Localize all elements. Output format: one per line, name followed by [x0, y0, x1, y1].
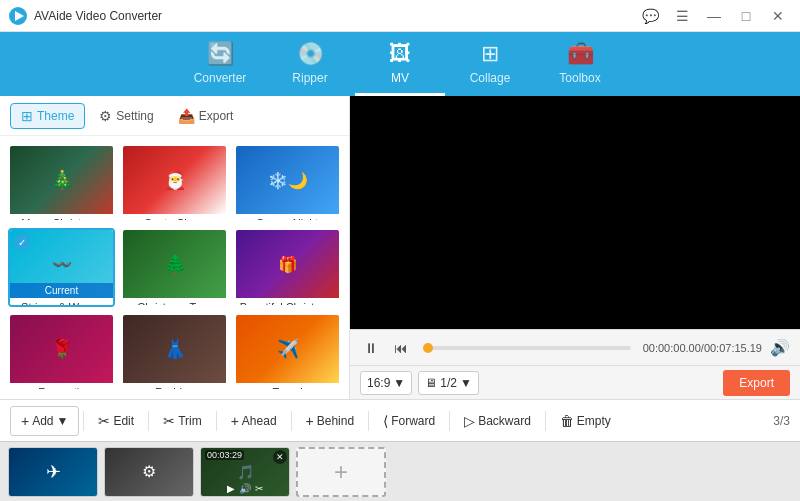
- mv-icon: 🖼: [389, 41, 411, 67]
- time-total: 00:07:15.19: [704, 342, 762, 354]
- behind-button[interactable]: + Behind: [296, 406, 365, 436]
- nav-mv[interactable]: 🖼 MV: [355, 32, 445, 96]
- trim-button[interactable]: ✂ Trim: [153, 406, 212, 436]
- export-tab-label: Export: [199, 109, 234, 123]
- ahead-label: Ahead: [242, 414, 277, 428]
- close-button[interactable]: ✕: [764, 6, 792, 26]
- clip-cut-icon[interactable]: ✂: [255, 483, 263, 494]
- tab-export[interactable]: 📤 Export: [168, 104, 244, 128]
- film-clip-1[interactable]: ✈: [8, 447, 98, 497]
- backward-button[interactable]: ▷ Backward: [454, 406, 541, 436]
- titlebar: AVAide Video Converter 💬 ☰ — □ ✕: [0, 0, 800, 32]
- empty-icon: 🗑: [560, 413, 574, 429]
- forward-button[interactable]: ⟨ Forward: [373, 406, 445, 436]
- separator-7: [545, 411, 546, 431]
- theme-name: Beautiful Christmas: [236, 298, 339, 306]
- clip-3-close[interactable]: ✕: [273, 450, 287, 464]
- theme-travel[interactable]: ✈️ Travel: [234, 313, 341, 391]
- theme-thumb: 〰️ ✓ Current: [10, 230, 113, 298]
- theme-fashion[interactable]: 👗 Fashion: [121, 313, 228, 391]
- nav-collage-label: Collage: [470, 71, 511, 85]
- film-clip-3[interactable]: 🎵 00:03:29 ✕ ▶ 🔊 ✂: [200, 447, 290, 497]
- add-button[interactable]: + Add ▼: [10, 406, 79, 436]
- export-button[interactable]: Export: [723, 370, 790, 396]
- theme-name: Snowy Night: [236, 214, 339, 222]
- filmstrip: ✈ ⚙ 🎵 00:03:29 ✕ ▶ 🔊 ✂ +: [0, 441, 800, 501]
- add-clip-button[interactable]: +: [296, 447, 386, 497]
- player-controls: ⏸ ⏮ 00:00:00.00/00:07:15.19 🔊: [350, 329, 800, 365]
- backward-label: Backward: [478, 414, 531, 428]
- film-clip-2[interactable]: ⚙: [104, 447, 194, 497]
- right-panel: ⏸ ⏮ 00:00:00.00/00:07:15.19 🔊 16:9 ▼ 🖥 1…: [350, 96, 800, 399]
- nav-mv-label: MV: [391, 71, 409, 85]
- theme-thumb: 🌹: [10, 315, 113, 383]
- tab-setting[interactable]: ⚙ Setting: [89, 104, 163, 128]
- nav-converter[interactable]: 🔄 Converter: [175, 32, 265, 96]
- aspect-ratio-arrow: ▼: [393, 376, 405, 390]
- app-logo: [8, 6, 28, 26]
- setting-tab-icon: ⚙: [99, 108, 112, 124]
- clip-play-icon[interactable]: ▶: [227, 483, 235, 494]
- behind-label: Behind: [317, 414, 354, 428]
- chat-button[interactable]: 💬: [636, 6, 664, 26]
- ahead-button[interactable]: + Ahead: [221, 406, 287, 436]
- left-panel: ⊞ Theme ⚙ Setting 📤 Export 🎄 Merry Chris…: [0, 96, 350, 399]
- tab-theme[interactable]: ⊞ Theme: [10, 103, 85, 129]
- progress-bar[interactable]: [424, 346, 631, 350]
- page-count: 3/3: [773, 414, 790, 428]
- clip-3-duration: 00:03:29: [205, 450, 244, 460]
- aspect-ratio-select[interactable]: 16:9 ▼: [360, 371, 412, 395]
- stop-button[interactable]: ⏮: [390, 337, 412, 359]
- window-controls: 💬 ☰ — □ ✕: [636, 6, 792, 26]
- theme-stripes-waves[interactable]: 〰️ ✓ Current Stripes & Waves: [8, 228, 115, 306]
- theme-name: Travel: [236, 383, 339, 391]
- quality-arrow: ▼: [460, 376, 472, 390]
- forward-icon: ⟨: [383, 413, 388, 429]
- clip-1-bg: ✈: [9, 448, 97, 496]
- current-label: Current: [10, 283, 113, 298]
- behind-icon: +: [306, 413, 314, 429]
- separator-6: [449, 411, 450, 431]
- theme-beautiful-christmas[interactable]: 🎁 Beautiful Christmas: [234, 228, 341, 306]
- quality-select[interactable]: 🖥 1/2 ▼: [418, 371, 479, 395]
- nav-ripper[interactable]: 💿 Ripper: [265, 32, 355, 96]
- nav-toolbox[interactable]: 🧰 Toolbox: [535, 32, 625, 96]
- trim-icon: ✂: [163, 413, 175, 429]
- separator-4: [291, 411, 292, 431]
- theme-christmas-tree[interactable]: 🌲 Christmas Tree: [121, 228, 228, 306]
- theme-snowy-night[interactable]: ❄️🌙 Snowy Night: [234, 144, 341, 222]
- add-label: Add: [32, 414, 53, 428]
- edit-icon: ✂: [98, 413, 110, 429]
- empty-button[interactable]: 🗑 Empty: [550, 406, 621, 436]
- minimize-button[interactable]: —: [700, 6, 728, 26]
- forward-label: Forward: [391, 414, 435, 428]
- add-dropdown-icon: ▼: [57, 414, 69, 428]
- aspect-ratio-value: 16:9: [367, 376, 390, 390]
- play-button[interactable]: ⏸: [360, 337, 382, 359]
- video-area: [350, 96, 800, 329]
- theme-name: Merry Christmas: [10, 214, 113, 222]
- theme-romantic[interactable]: 🌹 Romantic: [8, 313, 115, 391]
- theme-santa-claus[interactable]: 🎅 Santa Claus: [121, 144, 228, 222]
- maximize-button[interactable]: □: [732, 6, 760, 26]
- theme-thumb: 🎅: [123, 146, 226, 214]
- converter-icon: 🔄: [207, 41, 234, 67]
- app-title: AVAide Video Converter: [34, 9, 636, 23]
- add-clip-icon: +: [334, 458, 348, 486]
- theme-thumb: ❄️🌙: [236, 146, 339, 214]
- theme-name: Christmas Tree: [123, 298, 226, 306]
- theme-merry-christmas[interactable]: 🎄 Merry Christmas: [8, 144, 115, 222]
- edit-button[interactable]: ✂ Edit: [88, 406, 144, 436]
- nav-ripper-label: Ripper: [292, 71, 327, 85]
- nav-converter-label: Converter: [194, 71, 247, 85]
- nav-collage[interactable]: ⊞ Collage: [445, 32, 535, 96]
- menu-button[interactable]: ☰: [668, 6, 696, 26]
- volume-button[interactable]: 🔊: [770, 338, 790, 357]
- theme-thumb: ✈️: [236, 315, 339, 383]
- separator-1: [83, 411, 84, 431]
- clip-audio-icon[interactable]: 🔊: [239, 483, 251, 494]
- ripper-icon: 💿: [297, 41, 324, 67]
- empty-label: Empty: [577, 414, 611, 428]
- clip-2-bg: ⚙: [105, 448, 193, 496]
- separator-2: [148, 411, 149, 431]
